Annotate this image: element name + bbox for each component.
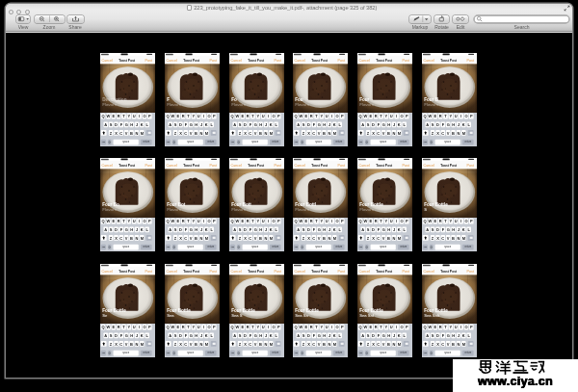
- svg-text:space: space: [122, 247, 129, 249]
- svg-text:V: V: [382, 130, 385, 135]
- svg-text:D: D: [115, 227, 118, 232]
- svg-text:O: O: [272, 114, 275, 118]
- svg-text:A: A: [298, 333, 301, 338]
- svg-text:Cancel: Cancel: [295, 270, 305, 274]
- svg-text:Post: Post: [403, 59, 409, 63]
- svg-text:Cancel: Cancel: [230, 59, 241, 63]
- svg-text:K: K: [398, 227, 401, 232]
- svg-text:Q: Q: [230, 325, 233, 329]
- svg-text:H: H: [259, 122, 262, 127]
- svg-text:Flavors: Flavors: [424, 102, 439, 107]
- svg-text:K: K: [269, 227, 272, 232]
- svg-text:P: P: [213, 114, 216, 118]
- svg-text:J: J: [328, 227, 330, 232]
- svg-text:Toast Post: Toast Post: [312, 164, 329, 168]
- svg-text:O: O: [465, 325, 468, 329]
- svg-text:P: P: [276, 325, 279, 329]
- svg-text:H: H: [452, 227, 455, 232]
- svg-text:Q: Q: [295, 325, 298, 329]
- svg-text:U: U: [326, 114, 328, 118]
- svg-text:K: K: [462, 122, 465, 127]
- svg-text:Cancel: Cancel: [230, 164, 241, 168]
- svg-text:W: W: [364, 220, 368, 224]
- svg-text:G: G: [318, 227, 321, 232]
- svg-text:Toast Post: Toast Post: [248, 58, 265, 62]
- svg-text:Flavors: Flavors: [359, 102, 375, 107]
- svg-text:G: G: [382, 227, 385, 232]
- svg-text:A: A: [298, 227, 301, 232]
- svg-text:X: X: [308, 236, 311, 241]
- svg-text:E: E: [176, 220, 179, 224]
- svg-text:Four Bottle: Four Bottle: [359, 202, 383, 207]
- svg-text:Cancel: Cancel: [295, 59, 305, 63]
- svg-text:D: D: [307, 227, 310, 232]
- svg-text:J: J: [393, 333, 395, 338]
- svg-text:B: B: [195, 130, 197, 135]
- svg-text:O: O: [143, 220, 145, 224]
- svg-text:P: P: [213, 220, 216, 224]
- svg-text:I: I: [396, 220, 397, 224]
- svg-text:Flavors: Flavors: [102, 102, 118, 107]
- svg-text:R: R: [375, 325, 378, 329]
- svg-text:W: W: [171, 114, 174, 118]
- svg-text:Post: Post: [338, 164, 345, 168]
- svg-text:E: E: [112, 220, 115, 224]
- svg-text:K: K: [204, 227, 207, 232]
- svg-text:B: B: [452, 341, 455, 346]
- svg-text:A: A: [104, 227, 107, 232]
- svg-text:Cancel: Cancel: [166, 59, 176, 63]
- svg-text:Q: Q: [359, 114, 362, 118]
- svg-text:J: J: [328, 122, 330, 127]
- svg-text:U: U: [133, 114, 136, 118]
- svg-text:V: V: [447, 130, 450, 135]
- svg-text:N: N: [393, 130, 396, 135]
- svg-text:B: B: [323, 236, 326, 241]
- svg-text:U: U: [133, 325, 136, 329]
- svg-text:Post: Post: [467, 164, 474, 168]
- svg-text:D: D: [244, 227, 247, 232]
- svg-text:X: X: [179, 341, 182, 346]
- svg-text:D: D: [372, 122, 375, 127]
- svg-text:Y: Y: [321, 114, 324, 118]
- svg-text:S: S: [302, 227, 305, 232]
- svg-text:R: R: [375, 114, 378, 118]
- svg-text:space: space: [122, 352, 129, 354]
- svg-text:Y: Y: [450, 220, 453, 224]
- svg-text:space: space: [381, 247, 387, 249]
- svg-text:C: C: [313, 341, 316, 346]
- svg-text:C: C: [119, 236, 122, 241]
- svg-text:S: S: [424, 208, 427, 213]
- svg-text:H: H: [324, 333, 327, 338]
- svg-text:R: R: [181, 114, 184, 118]
- svg-text:K: K: [141, 227, 144, 232]
- svg-text:R: R: [246, 220, 249, 224]
- svg-text:O: O: [401, 220, 404, 224]
- svg-text:space: space: [444, 247, 451, 249]
- svg-text:Four: Four: [359, 97, 369, 102]
- svg-text:Q: Q: [424, 114, 427, 118]
- svg-text:R: R: [439, 114, 442, 118]
- svg-text:D: D: [244, 122, 247, 127]
- svg-text:D: D: [436, 122, 439, 127]
- svg-text:S: S: [302, 333, 305, 338]
- svg-text:N: N: [199, 130, 202, 135]
- svg-text:K: K: [141, 333, 144, 338]
- svg-text:B: B: [130, 130, 133, 135]
- svg-text:X: X: [179, 236, 182, 241]
- svg-text:H: H: [259, 227, 262, 232]
- svg-text:R: R: [181, 220, 184, 224]
- svg-text:K: K: [269, 333, 272, 338]
- svg-text:space: space: [251, 247, 258, 249]
- svg-text:B: B: [195, 341, 197, 346]
- svg-text:space: space: [381, 352, 387, 354]
- svg-text:Post: Post: [338, 59, 345, 63]
- svg-text:J: J: [136, 333, 138, 338]
- svg-text:S: S: [302, 122, 305, 127]
- svg-text:space: space: [187, 352, 194, 354]
- svg-text:space: space: [381, 141, 387, 144]
- svg-text:N: N: [328, 341, 331, 346]
- svg-text:Post: Post: [274, 59, 280, 63]
- svg-text:Post: Post: [274, 270, 280, 274]
- svg-text:K: K: [462, 227, 465, 232]
- svg-text:X: X: [244, 341, 247, 346]
